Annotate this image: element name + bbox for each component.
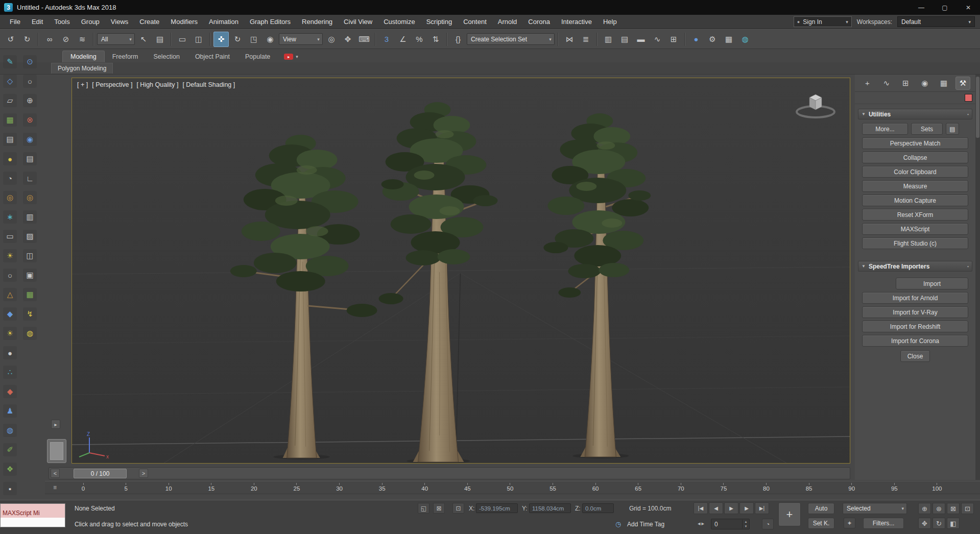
viewport-pov-menu[interactable]: [ Perspective ] xyxy=(92,81,132,88)
time-configuration-icon[interactable]: ◔ xyxy=(762,519,774,529)
hierarchy-tab-icon[interactable]: ⊞ xyxy=(898,77,913,90)
previous-frame-button[interactable]: ◀ xyxy=(709,502,723,514)
target-icon[interactable]: ⊕ xyxy=(23,94,37,107)
maxscript-white-pane[interactable] xyxy=(1,518,65,527)
viewport-shading-menu[interactable]: [ Default Shading ] xyxy=(182,81,235,88)
perspective-match-button[interactable]: Perspective Match xyxy=(862,137,968,149)
panel-icon[interactable]: ▣ xyxy=(23,269,37,282)
select-and-rotate-icon[interactable]: ↻ xyxy=(230,32,245,47)
maxscript-pink-pane[interactable]: MAXScript Mi xyxy=(1,504,65,518)
unlink-selection-icon[interactable]: ⊘ xyxy=(58,32,74,47)
ball-icon[interactable]: ◍ xyxy=(3,424,17,437)
circle-icon[interactable]: ○ xyxy=(23,75,37,88)
y-coordinate-field[interactable]: 1158.034cm xyxy=(529,503,571,513)
layer-explorer-icon[interactable]: ▤ xyxy=(617,32,632,47)
schematic-view-icon[interactable]: ⊞ xyxy=(666,32,681,47)
maximize-button[interactable]: ▢ xyxy=(933,0,957,15)
menu-interactive[interactable]: Interactive xyxy=(556,15,597,29)
selection-sets-icon[interactable]: ▤ xyxy=(946,123,959,135)
menu-file[interactable]: File xyxy=(4,15,26,29)
track-bar[interactable]: ≡ 0 5 10 15 20 25 30 35 40 45 50 55 60 6… xyxy=(45,481,980,494)
more-button[interactable]: More... xyxy=(862,123,908,135)
collapse-button[interactable]: Collapse xyxy=(862,152,968,163)
menu-scripting[interactable]: Scripting xyxy=(421,15,458,29)
spinner-snap-icon[interactable]: ⇅ xyxy=(428,32,443,47)
rollout-grip-icon[interactable]: ▪ xyxy=(967,112,969,117)
sheet-icon[interactable]: ▥ xyxy=(23,210,37,224)
selection-filter-dropdown[interactable]: All ▾ xyxy=(97,33,135,45)
time-slider[interactable]: < 0 / 100 > xyxy=(49,467,850,479)
spray-icon[interactable]: ∗ xyxy=(3,210,17,224)
zoom-extents-icon[interactable]: ⊠ xyxy=(947,503,960,514)
play-button[interactable]: ▶ xyxy=(724,502,738,514)
clay-icon[interactable]: ● xyxy=(3,152,17,165)
viewport-general-menu[interactable]: [ + ] xyxy=(77,81,88,88)
bolt-icon[interactable]: ↯ xyxy=(23,307,37,321)
rollout-grip-icon[interactable]: ▪ xyxy=(967,264,969,269)
auto-key-button[interactable]: Auto xyxy=(808,503,834,514)
ring-icon[interactable]: ◎ xyxy=(23,191,37,204)
left-toolbar-flyout-button[interactable]: ▸ xyxy=(51,420,60,429)
rendered-frame-icon[interactable]: ▦ xyxy=(721,32,736,47)
time-slider-handle[interactable]: 0 / 100 xyxy=(74,469,127,478)
plane-icon[interactable]: ▱ xyxy=(3,94,17,107)
zoom-all-icon[interactable]: ⊛ xyxy=(933,503,945,514)
tab-selection[interactable]: Selection xyxy=(146,51,187,62)
mirror-icon[interactable]: ⋈ xyxy=(562,32,577,47)
gem-icon[interactable]: ◆ xyxy=(3,307,17,321)
selection-lock-icon[interactable]: ⊠ xyxy=(433,503,445,514)
menu-corona[interactable]: Corona xyxy=(522,15,556,29)
ribbon-toggle-icon[interactable]: ▬ xyxy=(633,32,649,47)
window-icon[interactable]: ◫ xyxy=(23,249,37,262)
render-production-icon[interactable]: ◍ xyxy=(737,32,753,47)
add-time-tag-label[interactable]: Add Time Tag xyxy=(627,521,664,528)
use-pivot-center-icon[interactable]: ◎ xyxy=(324,32,339,47)
import-for-vray-button[interactable]: Import for V-Ray xyxy=(862,306,968,318)
menu-modifiers[interactable]: Modifiers xyxy=(165,15,203,29)
import-for-corona-button[interactable]: Import for Corona xyxy=(862,335,968,347)
bulb-icon[interactable]: ◍ xyxy=(23,327,37,340)
person-icon[interactable]: ◉ xyxy=(23,133,37,146)
scrollbar-thumb[interactable] xyxy=(976,77,979,138)
polygon-icon[interactable]: ◇ xyxy=(3,75,17,88)
color-clipboard-button[interactable]: Color Clipboard xyxy=(862,166,968,178)
page-icon[interactable]: ▤ xyxy=(23,152,37,165)
tab-populate[interactable]: Populate xyxy=(237,51,278,62)
reference-coordinate-dropdown[interactable]: View ▾ xyxy=(279,33,323,45)
sheet-icon[interactable]: ▤ xyxy=(3,133,17,146)
tab-object-paint[interactable]: Object Paint xyxy=(187,51,237,62)
zoom-icon[interactable]: ⊕ xyxy=(918,503,931,514)
spinner-up-icon[interactable]: ▴ xyxy=(745,520,747,524)
import-for-arnold-button[interactable]: Import for Arnold xyxy=(862,292,968,304)
select-object-icon[interactable]: ↖ xyxy=(136,32,151,47)
figure-icon[interactable]: ♟ xyxy=(3,404,17,418)
torus-icon[interactable]: ◎ xyxy=(3,191,17,204)
curve-editor-icon[interactable]: ∿ xyxy=(650,32,665,47)
edit-named-selection-sets-icon[interactable]: {} xyxy=(450,32,466,47)
set-key-mode-button[interactable]: Set K. xyxy=(808,518,834,529)
sphere-icon[interactable]: ● xyxy=(3,346,17,359)
select-and-link-icon[interactable]: ∞ xyxy=(42,32,57,47)
orbit-icon[interactable]: ↻ xyxy=(933,518,945,529)
select-and-scale-icon[interactable]: ◳ xyxy=(246,32,261,47)
foliage-icon[interactable]: ❖ xyxy=(3,463,17,476)
view-cube[interactable] xyxy=(794,89,838,121)
next-frame-button[interactable]: ▶ xyxy=(739,502,754,514)
tool-icon[interactable]: ⊗ xyxy=(23,113,37,127)
menu-edit[interactable]: Edit xyxy=(26,15,49,29)
motion-tab-icon[interactable]: ◉ xyxy=(917,77,932,90)
object-color-swatch[interactable] xyxy=(965,94,972,102)
percent-snap-icon[interactable]: % xyxy=(412,32,427,47)
grid-icon[interactable]: ▦ xyxy=(3,113,17,127)
angle-snap-icon[interactable]: ∠ xyxy=(395,32,411,47)
menu-animation[interactable]: Animation xyxy=(203,15,244,29)
angle-icon[interactable]: ∟ xyxy=(23,172,37,185)
z-coordinate-field[interactable]: 0.0cm xyxy=(582,503,614,513)
viewport-layout-tab[interactable] xyxy=(47,439,66,463)
menu-content[interactable]: Content xyxy=(458,15,492,29)
utilities-tab-icon[interactable]: ⚒ xyxy=(955,77,970,90)
absolute-offset-mode-icon[interactable]: ⊡ xyxy=(452,503,464,514)
material-editor-icon[interactable]: ● xyxy=(688,32,704,47)
drop-icon[interactable]: ◆ xyxy=(3,385,17,398)
align-icon[interactable]: ≣ xyxy=(578,32,593,47)
